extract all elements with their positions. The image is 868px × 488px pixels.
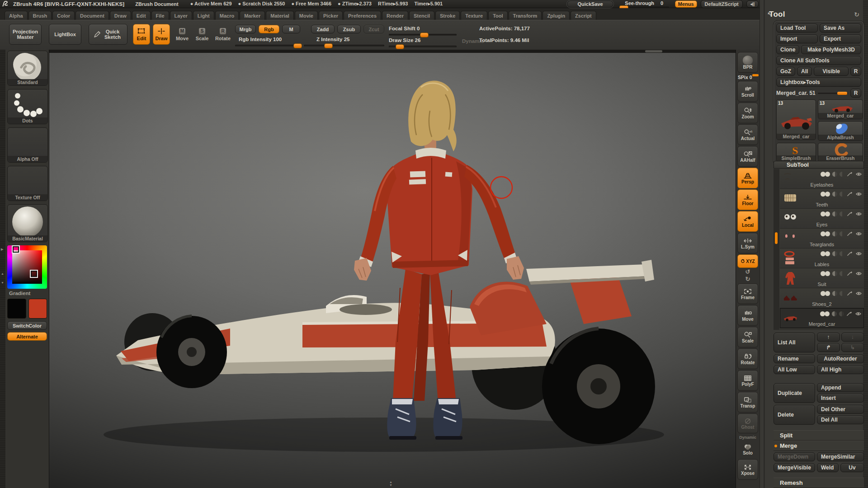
all-low-button[interactable]: All Low bbox=[774, 365, 815, 374]
saturation-marker[interactable] bbox=[31, 271, 37, 277]
subtool-scroll-indicator[interactable] bbox=[775, 232, 778, 244]
lightbox-tools-button[interactable]: Lightbox▸Tools bbox=[776, 78, 861, 87]
spin-z-button[interactable]: ↻ bbox=[745, 277, 750, 282]
visibility-eye-icon[interactable] bbox=[855, 271, 862, 276]
subtool-row-suit[interactable]: Suit bbox=[780, 268, 864, 288]
polypaint2-icon[interactable] bbox=[825, 172, 830, 177]
split-toggle-icon[interactable] bbox=[840, 211, 844, 216]
menus-button[interactable]: Menus bbox=[675, 0, 697, 8]
rgb-intensity-handle[interactable] bbox=[293, 43, 302, 48]
zsub-button[interactable]: Zsub bbox=[337, 25, 361, 33]
menu-item[interactable]: Layer bbox=[170, 11, 192, 20]
subtool-row-shoes[interactable]: Shoes_2 bbox=[780, 288, 864, 308]
floor-button[interactable]: Floor bbox=[737, 189, 758, 210]
insert-button[interactable]: Insert bbox=[817, 394, 864, 403]
paint-brush-icon[interactable] bbox=[847, 231, 853, 236]
paint-brush-icon[interactable] bbox=[847, 291, 853, 296]
menu-item[interactable]: Stroke bbox=[435, 11, 460, 20]
canvas-hscroll-thumb[interactable] bbox=[645, 50, 662, 52]
polypaint2-icon[interactable] bbox=[825, 231, 830, 236]
persp-button[interactable]: Persp bbox=[737, 168, 758, 188]
tray-left-button[interactable]: ◂|| bbox=[746, 0, 759, 8]
split-toggle-icon[interactable] bbox=[840, 172, 844, 177]
spix-handle[interactable] bbox=[752, 74, 759, 76]
menu-item[interactable]: Brush bbox=[28, 11, 52, 20]
current-alpha-tile[interactable]: Alpha Off bbox=[7, 127, 48, 163]
menu-item[interactable]: Tool bbox=[488, 11, 507, 20]
xyz-button[interactable]: XYZ bbox=[737, 254, 758, 268]
left-divider-strip[interactable]: ▶ ▲ ▼ bbox=[0, 50, 5, 488]
paint-brush-icon[interactable] bbox=[846, 311, 853, 316]
active-tool-tile[interactable]: 13 Merged_car bbox=[776, 99, 816, 140]
local-button[interactable]: Local bbox=[737, 211, 758, 232]
weld-button[interactable]: Weld bbox=[817, 463, 839, 472]
current-texture-tile[interactable]: Texture Off bbox=[7, 166, 48, 201]
menu-item[interactable]: Document bbox=[75, 11, 109, 20]
autoreorder-button[interactable]: AutoReorder bbox=[817, 354, 864, 363]
ghost-button[interactable]: Ghost bbox=[737, 413, 758, 433]
goz-r-button[interactable]: R bbox=[850, 67, 861, 76]
rs-move-button[interactable]: Move bbox=[737, 305, 758, 326]
subtool-row-tearglands[interactable]: Tearglands bbox=[780, 229, 864, 249]
menu-item[interactable]: Material bbox=[266, 11, 294, 20]
active-tool-slider[interactable]: Merged_car. 51 R bbox=[776, 89, 861, 98]
rotate-button[interactable]: R Rotate bbox=[213, 24, 232, 45]
list-all-button[interactable]: List All bbox=[774, 333, 815, 352]
color-picker-square[interactable] bbox=[12, 250, 42, 284]
current-brush-tile[interactable]: Standard bbox=[7, 51, 48, 86]
split-toggle-icon[interactable] bbox=[840, 231, 844, 236]
frame-button[interactable]: Frame bbox=[737, 283, 758, 304]
shade-toggle-icon[interactable] bbox=[832, 192, 837, 197]
visibility-eye-icon[interactable] bbox=[855, 251, 862, 256]
visibility-eye-icon[interactable] bbox=[855, 192, 862, 197]
menu-item[interactable]: Render bbox=[382, 11, 408, 20]
lsym-button[interactable]: L.Sym bbox=[737, 233, 758, 253]
merge-visible-button[interactable]: MergeVisible bbox=[774, 463, 815, 472]
transp-button[interactable]: Transp bbox=[737, 392, 758, 413]
merge-down-button[interactable]: MergeDown bbox=[774, 452, 815, 461]
all-high-button[interactable]: All High bbox=[817, 365, 864, 374]
del-all-button[interactable]: Del All bbox=[817, 415, 864, 424]
focal-shift-slider[interactable] bbox=[389, 34, 457, 36]
quick-sketch-button[interactable]: Quick Sketch bbox=[89, 24, 127, 45]
paint-brush-icon[interactable] bbox=[847, 211, 853, 216]
clone-button[interactable]: Clone bbox=[776, 45, 799, 54]
projection-master-button[interactable]: Projection Master bbox=[9, 24, 42, 45]
panel-collapse-arrow-icon[interactable]: ↖ bbox=[767, 11, 772, 17]
shade-toggle-icon[interactable] bbox=[832, 271, 837, 276]
m-button[interactable]: M bbox=[282, 25, 300, 33]
solo-button[interactable]: Solo bbox=[738, 440, 758, 458]
polypaint2-icon[interactable] bbox=[825, 192, 830, 197]
canvas-page-arrows[interactable]: ▲▼ bbox=[389, 481, 392, 486]
visibility-eye-icon[interactable] bbox=[855, 231, 862, 236]
draw-size-handle[interactable] bbox=[396, 44, 404, 49]
load-tool-button[interactable]: Load Tool bbox=[776, 23, 818, 33]
rs-rotate-button[interactable]: Rotate bbox=[737, 348, 758, 369]
subtool-row-eyelashes[interactable]: Eyelashes bbox=[780, 169, 864, 189]
menu-item[interactable]: Marker bbox=[240, 11, 265, 20]
alphabrush-tile[interactable]: AlphaBrush bbox=[818, 121, 863, 141]
visibility-eye-icon[interactable] bbox=[855, 311, 862, 316]
default-zscript-button[interactable]: DefaultZScript bbox=[701, 0, 743, 8]
panel-divider[interactable] bbox=[764, 0, 765, 488]
move-up-skip-button[interactable]: ↱ bbox=[817, 343, 840, 352]
subtool-section-header[interactable]: SubTool bbox=[774, 161, 864, 169]
menu-item[interactable]: Alpha bbox=[5, 11, 28, 20]
subtool-row-lables[interactable]: Lables bbox=[780, 249, 864, 268]
draw-button[interactable]: Draw bbox=[153, 24, 170, 45]
viewport-scene[interactable] bbox=[49, 53, 736, 488]
paint-brush-icon[interactable] bbox=[847, 251, 853, 256]
delete-button[interactable]: Delete bbox=[774, 405, 815, 425]
make-polymesh3d-button[interactable]: Make PolyMesh3D bbox=[801, 45, 861, 54]
secondary-color-swatch[interactable] bbox=[28, 299, 47, 319]
bpr-button[interactable]: BPR bbox=[737, 52, 758, 73]
focal-shift-handle[interactable] bbox=[420, 33, 429, 38]
paint-brush-icon[interactable] bbox=[847, 171, 853, 177]
save-as-button[interactable]: Save As bbox=[820, 23, 861, 33]
visibility-eye-icon[interactable] bbox=[855, 211, 862, 216]
paint-brush-icon[interactable] bbox=[847, 191, 853, 197]
rgb-intensity-slider[interactable] bbox=[235, 45, 302, 47]
menu-item[interactable]: Stencil bbox=[409, 11, 434, 20]
color-picker[interactable] bbox=[7, 245, 47, 289]
duplicate-button[interactable]: Duplicate bbox=[774, 383, 815, 403]
